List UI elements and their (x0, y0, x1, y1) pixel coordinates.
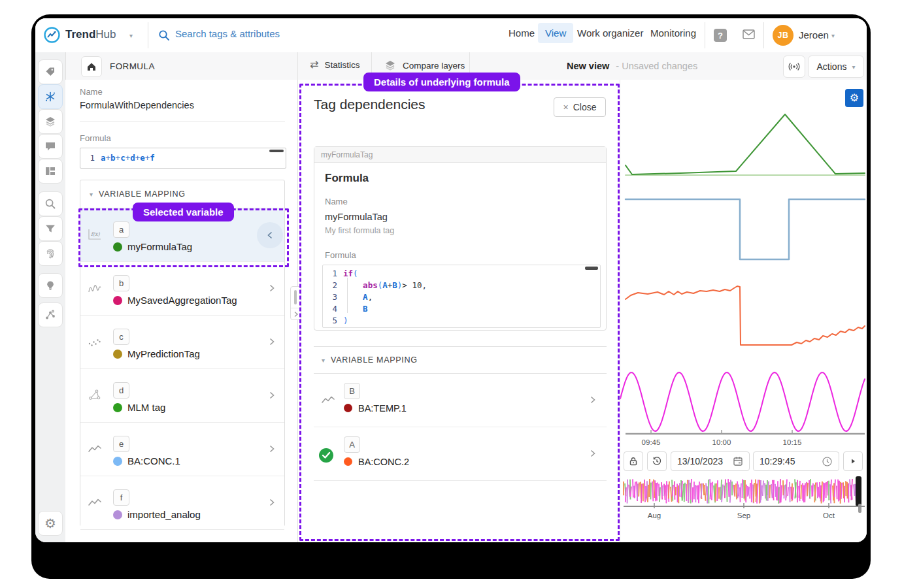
home-button[interactable] (81, 56, 102, 77)
trend-icon (86, 495, 103, 510)
search-icon (158, 29, 170, 41)
trendhub-logo-icon (43, 26, 61, 44)
collapse-variable-button[interactable] (257, 222, 283, 248)
variable-key-badge: B (344, 383, 360, 399)
indent-guide (347, 278, 348, 313)
prediction-icon (86, 334, 103, 350)
tab-compare-layers[interactable]: Compare layers (384, 59, 465, 71)
search-input[interactable] (174, 27, 373, 40)
rail-button-dashboard[interactable] (38, 159, 63, 184)
tag-description: My first formula tag (325, 226, 394, 235)
tab-statistics[interactable]: ⇄ Statistics (310, 59, 359, 70)
mapped-tag-name: BA:CONC.2 (358, 457, 409, 467)
lock-timerange-button[interactable] (624, 451, 643, 471)
view-status: - Unsaved changes (616, 61, 697, 71)
nav-monitoring[interactable]: Monitoring (650, 27, 696, 39)
variable-row-d[interactable]: dMLM tag (80, 369, 284, 423)
scrollbar-thumb[interactable] (269, 150, 284, 152)
variable-key-badge: c (113, 329, 129, 345)
user-name[interactable]: Jeroen (799, 29, 829, 41)
dialog-annotation-badge: Details of underlying formula (363, 73, 520, 91)
variable-row-b[interactable]: bMySavedAggregationTag (80, 262, 284, 316)
chart-settings-button[interactable]: ⚙ (845, 89, 863, 107)
formula-label: Formula (80, 133, 111, 143)
svg-text:f(x): f(x) (91, 231, 101, 237)
history-icon (652, 456, 662, 466)
chart-canvas[interactable]: 09:4510:0010:15AugSepOct (620, 80, 867, 542)
time-input[interactable]: 10:29:45 (753, 451, 839, 471)
svg-text:Aug: Aug (648, 512, 661, 519)
tag-formula-editor[interactable]: 1if(2 abs(A+B)> 10,3 A,4 B5) (322, 265, 601, 328)
mapping-row-B[interactable]: BBA:TEMP.1 (314, 374, 607, 427)
clock-icon (822, 456, 833, 467)
variable-tag-name: MyPredictionTag (127, 348, 200, 359)
history-button[interactable] (647, 451, 667, 471)
user-chevron-down-icon[interactable]: ▾ (831, 32, 835, 39)
brand-chevron-down-icon[interactable]: ▾ (129, 32, 133, 39)
variable-key-badge: f (113, 489, 129, 506)
section-label: FORMULA (110, 61, 155, 71)
variable-tag-name: MLM tag (127, 402, 165, 413)
close-button[interactable]: × Close (554, 97, 606, 117)
scrollbar-thumb[interactable] (585, 267, 598, 270)
top-navbar: TrendHub ▾ HomeViewWork organizerMonitor… (35, 18, 867, 53)
line-number: 5 (323, 316, 343, 325)
variable-row-c[interactable]: cMyPredictionTag (80, 316, 284, 369)
chart-area: 09:4510:0010:15AugSepOct ⚙ 13/10/2023 10… (620, 80, 867, 542)
variable-mapping-box: ▾ VARIABLE MAPPING f(x)amyFormulaTagbMyS… (80, 180, 285, 527)
avatar[interactable]: JB (773, 25, 793, 46)
navbar-divider (705, 22, 705, 48)
svg-text:Oct: Oct (823, 512, 835, 519)
rail-button-lightbulb[interactable] (38, 273, 63, 298)
app-window: TrendHub ▾ HomeViewWork organizerMonitor… (35, 18, 867, 542)
mail-icon[interactable] (743, 29, 755, 39)
variable-row-e[interactable]: eBA:CONC.1 (80, 423, 284, 476)
trend-icon (86, 441, 103, 457)
chevron-right-icon (269, 337, 275, 346)
line-number: 4 (323, 304, 343, 314)
rail-button-gear[interactable]: ⚙ (38, 511, 63, 536)
formula-name-value: FormulaWithDependencies (80, 100, 194, 110)
tag-color-dot (113, 457, 122, 466)
navbar-divider (763, 22, 764, 48)
variable-tag-name: myFormulaTag (127, 241, 192, 252)
rail-button-fingerprint[interactable] (38, 241, 63, 266)
chevron-down-icon: ▾ (852, 63, 855, 71)
chevron-right-icon (590, 395, 596, 404)
swap-arrows-icon: ⇄ (310, 59, 318, 70)
rail-button-search[interactable] (38, 191, 63, 216)
actions-button[interactable]: Actions ▾ (808, 56, 864, 78)
variable-row-f[interactable]: fimported_analog (80, 476, 284, 530)
nav-work-organizer[interactable]: Work organizer (577, 27, 643, 39)
chevron-right-icon (269, 284, 275, 293)
dialog-variable-mapping-header[interactable]: ▾ VARIABLE MAPPING (314, 346, 607, 374)
live-broadcast-button[interactable] (783, 56, 805, 78)
variable-key-badge: A (344, 436, 360, 453)
nav-view[interactable]: View (538, 23, 573, 43)
search-icon (44, 198, 56, 210)
layers-icon (44, 116, 56, 127)
calendar-icon (733, 456, 743, 466)
rail-button-comment[interactable] (38, 134, 63, 159)
mapping-row-A[interactable]: ABA:CONC.2 (314, 427, 607, 481)
formula-panel: Name FormulaWithDependencies Formula 1a+… (65, 80, 298, 542)
panel-resize-handle[interactable] (290, 286, 301, 320)
svg-text:10:00: 10:00 (712, 438, 731, 446)
help-icon[interactable]: ? (714, 29, 727, 42)
expand-panel-button[interactable] (291, 308, 301, 319)
chevron-right-icon (269, 498, 275, 507)
rail-button-formula[interactable] (38, 84, 63, 109)
tag-name-value: myFormulaTag (325, 212, 388, 222)
formula-editor[interactable]: 1a+b+c+d+e+f (80, 148, 286, 169)
navbar-divider (148, 22, 148, 48)
drag-handle[interactable] (294, 290, 297, 304)
step-forward-button[interactable] (843, 451, 863, 471)
view-name: New view (567, 61, 609, 71)
rail-button-layers[interactable] (38, 109, 63, 134)
rail-button-tag[interactable] (38, 59, 63, 84)
rail-button-graph[interactable] (38, 302, 63, 327)
layers-icon (384, 59, 396, 71)
date-input[interactable]: 13/10/2023 (671, 451, 750, 471)
nav-home[interactable]: Home (509, 27, 535, 39)
rail-button-filter[interactable] (38, 216, 63, 241)
